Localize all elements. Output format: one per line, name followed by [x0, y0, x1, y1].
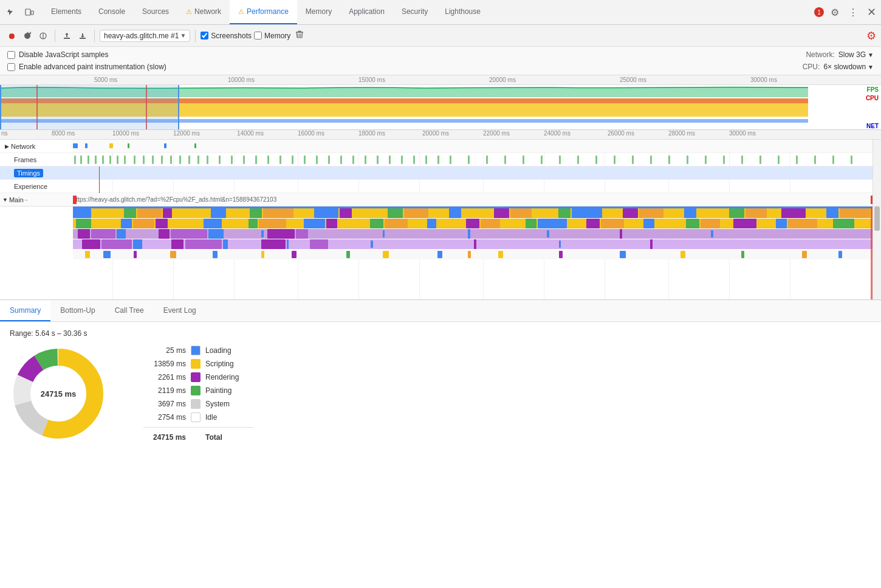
- svg-rect-127: [338, 219, 369, 228]
- overview-timeline[interactable]: 5000 ms 10000 ms 15000 ms 20000 ms 25000…: [0, 75, 881, 130]
- svg-rect-90: [388, 208, 403, 218]
- track-network[interactable]: ▶ Network: [0, 140, 881, 153]
- frames-chart: [73, 153, 881, 166]
- total-value: 24715 ms: [143, 433, 186, 442]
- tab-lighthouse[interactable]: Lighthouse: [436, 0, 489, 24]
- vertical-scrollbar[interactable]: [872, 207, 881, 300]
- svg-rect-198: [559, 251, 563, 258]
- legend-row-system: 3697 ms System: [143, 399, 254, 409]
- tab-elements[interactable]: Elements: [43, 0, 90, 24]
- tab-application[interactable]: Application: [340, 0, 393, 24]
- device-toolbar-icon[interactable]: [21, 4, 38, 21]
- screenshots-checkbox[interactable]: [201, 32, 208, 39]
- memory-checkbox[interactable]: [254, 32, 262, 39]
- svg-rect-104: [684, 208, 696, 218]
- tab-bottom-up[interactable]: Bottom-Up: [50, 300, 105, 321]
- svg-rect-135: [501, 219, 524, 228]
- track-experience[interactable]: Experience: [0, 180, 881, 193]
- tab-call-tree[interactable]: Call Tree: [105, 300, 154, 321]
- advanced-paint-checkbox[interactable]: [7, 63, 15, 71]
- network-expand-arrow[interactable]: ▶: [5, 143, 9, 149]
- main-expand-arrow[interactable]: ▼: [2, 197, 8, 203]
- toolbar-separator-2: [94, 30, 95, 42]
- error-badge[interactable]: 1: [814, 7, 824, 17]
- advanced-paint-checkbox-label[interactable]: Enable advanced paint instrumentation (s…: [7, 63, 166, 71]
- screenshots-checkbox-label[interactable]: Screenshots: [201, 32, 252, 40]
- tab-memory[interactable]: Memory: [297, 0, 340, 24]
- disable-js-checkbox-label[interactable]: Disable JavaScript samples: [7, 50, 108, 59]
- clear-button[interactable]: [295, 30, 304, 41]
- svg-rect-182: [474, 239, 476, 249]
- stop-button[interactable]: [36, 29, 50, 43]
- svg-rect-1: [31, 11, 33, 15]
- svg-rect-112: [840, 208, 870, 218]
- svg-rect-43: [340, 156, 342, 164]
- svg-rect-152: [833, 219, 854, 228]
- net-label: NET: [866, 123, 879, 129]
- cpu-dropdown[interactable]: 6× slowdown ▼: [823, 63, 874, 71]
- svg-rect-155: [91, 229, 115, 239]
- inspect-icon[interactable]: [2, 4, 19, 21]
- memory-checkbox-label[interactable]: Memory: [254, 32, 290, 40]
- network-dropdown-chevron: ▼: [868, 52, 874, 58]
- selection-range[interactable]: [0, 85, 179, 129]
- main-link-arrow[interactable]: –: [25, 197, 28, 203]
- disable-js-checkbox[interactable]: [7, 51, 15, 59]
- svg-rect-107: [746, 208, 767, 218]
- frames-label-text: Frames: [14, 156, 36, 163]
- tab-network[interactable]: ⚠ Network: [177, 0, 230, 24]
- tab-sources[interactable]: Sources: [134, 0, 177, 24]
- ruler-tick-20000: 20000 ms: [489, 77, 516, 83]
- svg-rect-167: [547, 230, 549, 238]
- close-devtools-icon[interactable]: ✕: [864, 5, 879, 19]
- svg-rect-85: [263, 208, 293, 218]
- ruler-tick-25000: 25000 ms: [620, 77, 646, 83]
- svg-rect-66: [705, 156, 707, 164]
- main-url: https://heavy-ads.glitch.me/?ad=%2Fcpu%2…: [73, 193, 881, 206]
- svg-rect-101: [623, 208, 638, 218]
- tab-performance[interactable]: ⚠ Performance: [230, 0, 297, 24]
- session-selector[interactable]: heavy-ads.glitch.me #1 ▼: [100, 30, 190, 42]
- timings-label-text: Timings: [14, 169, 43, 177]
- svg-rect-48: [401, 156, 403, 164]
- track-frames[interactable]: Frames: [0, 153, 881, 166]
- flame-row-3: [73, 229, 872, 239]
- settings-icon[interactable]: ⚙: [828, 5, 842, 19]
- svg-rect-87: [314, 208, 338, 218]
- record-button[interactable]: ⏺: [5, 29, 18, 43]
- svg-rect-100: [603, 208, 622, 218]
- svg-rect-39: [292, 156, 293, 164]
- svg-rect-149: [776, 219, 787, 228]
- track-timings[interactable]: Timings: [0, 166, 881, 180]
- svg-rect-93: [449, 208, 461, 218]
- svg-rect-12: [109, 143, 113, 148]
- tab-security[interactable]: Security: [393, 0, 436, 24]
- svg-rect-197: [498, 251, 503, 258]
- loading-label: Loading: [205, 346, 254, 355]
- svg-rect-156: [117, 229, 126, 239]
- svg-rect-145: [701, 219, 720, 228]
- tab-event-log[interactable]: Event Log: [154, 300, 206, 321]
- svg-rect-195: [437, 251, 442, 258]
- timing-marker-line: [99, 166, 100, 193]
- upload-profile-button[interactable]: [60, 29, 74, 43]
- svg-rect-15: [194, 143, 196, 148]
- tab-summary[interactable]: Summary: [0, 300, 50, 321]
- tab-console[interactable]: Console: [90, 0, 134, 24]
- download-profile-button[interactable]: [76, 29, 89, 43]
- network-dropdown[interactable]: Slow 3G ▼: [838, 50, 874, 59]
- svg-rect-103: [665, 208, 683, 218]
- frames-track-content: ▮▮: [73, 153, 881, 166]
- donut-chart: 24715 ms: [10, 345, 107, 442]
- svg-rect-50: [425, 156, 427, 164]
- more-menu-icon[interactable]: ⋮: [846, 5, 860, 19]
- svg-rect-29: [179, 156, 181, 164]
- ruler-tick-15000: 15000 ms: [358, 77, 385, 83]
- svg-rect-125: [304, 219, 325, 228]
- svg-rect-99: [572, 208, 602, 218]
- scrollbar-thumb[interactable]: [874, 207, 880, 231]
- reload-record-button[interactable]: [21, 29, 34, 43]
- svg-rect-114: [76, 219, 91, 228]
- svg-rect-168: [620, 229, 622, 239]
- svg-rect-132: [437, 219, 465, 228]
